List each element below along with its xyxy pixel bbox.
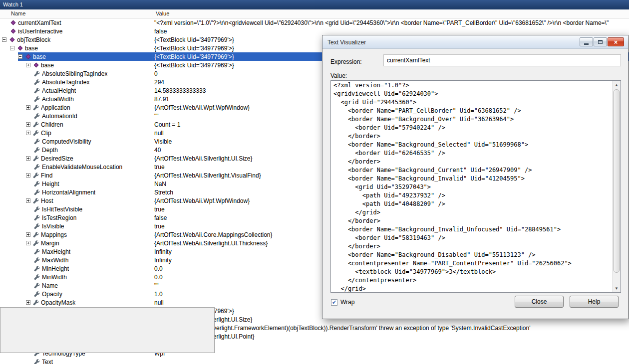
scroll-up-arrow[interactable]: ▲ [613,81,621,89]
property-wrench-icon [33,113,40,119]
watch-row-name: AutomationId [42,113,77,120]
field-diamond-icon [16,46,23,50]
tree-indent [2,183,26,184]
tree-indent [2,56,18,57]
watch-row-name-cell[interactable]: ActualHeight [0,86,152,95]
scrollbar-thumb[interactable] [613,89,620,273]
watch-row[interactable]: currentXamlText"<?xml version=\"1.0\"?>\… [0,18,629,27]
expand-icon[interactable] [26,300,30,305]
watch-row-name-cell[interactable]: Margin [0,239,152,247]
watch-row-name-cell[interactable]: Text [0,358,152,364]
watch-row-name-cell[interactable]: ComputedVisibility [0,137,152,146]
close-window-button[interactable]: × [608,37,624,46]
watch-row-name-cell[interactable]: Height [0,180,152,188]
watch-row-name-cell[interactable]: Find [0,171,152,180]
close-button[interactable]: Close [515,296,564,308]
property-wrench-icon [33,249,40,255]
watch-row-name-cell[interactable]: Application [0,103,152,112]
watch-row-value[interactable] [152,358,629,364]
watch-row-name-cell[interactable]: MinHeight [0,264,152,273]
watch-row-name-cell[interactable]: IsVisible [0,222,152,230]
watch-row-name-cell[interactable]: AutomationId [0,112,152,120]
watch-row-name-cell[interactable]: Clip [0,129,152,137]
property-wrench-icon [32,240,39,246]
expand-icon[interactable] [26,232,30,237]
column-header-value[interactable]: Value [152,9,629,18]
expand-icon[interactable] [26,105,30,110]
watch-row-name-cell[interactable]: base [0,52,152,61]
watch-row-name-cell[interactable]: MinWidth [0,273,152,281]
property-wrench-icon [32,156,39,162]
watch-row-value[interactable]: '((ArtOfTest.WebAii.Silverlight.Framewor… [152,324,629,332]
watch-row-value[interactable]: false [152,27,629,35]
scroll-down-arrow[interactable]: ▼ [613,284,621,292]
watch-row-name-cell[interactable]: currentXamlText [0,18,152,27]
watch-row-name-cell[interactable]: AbsoluteTagIndex [0,78,152,86]
property-wrench-icon [33,283,40,289]
watch-row-name: ActualHeight [42,87,76,94]
watch-row-name-cell[interactable]: Depth [0,146,152,154]
collapse-icon[interactable] [18,54,22,59]
expand-icon[interactable] [26,63,30,67]
watch-row-name-cell[interactable]: Opacity [0,290,152,298]
watch-row-name: Height [42,181,59,187]
watch-row-name: Margin [41,240,59,247]
help-button[interactable]: Help [570,296,619,308]
watch-row-name: IsTestRegion [42,214,76,221]
expand-icon[interactable] [26,122,30,127]
watch-row-value[interactable] [152,341,629,349]
watch-row-name-cell[interactable]: AbsoluteSiblingTagIndex [0,69,152,78]
watch-row-name-cell[interactable]: Mappings [0,230,152,239]
expression-input[interactable]: currentXamlText [383,54,621,66]
watch-row-name-cell[interactable]: OpacityMask [0,298,152,307]
watch-row-name-cell[interactable]: Name [0,281,152,290]
tree-indent [2,217,26,218]
watch-row-value[interactable]: Wpf [152,349,629,358]
minimize-button[interactable] [580,37,593,46]
watch-row[interactable]: Text [0,358,629,364]
expand-icon[interactable] [26,156,30,161]
watch-row-name: IsVisible [42,223,64,230]
watch-row-name-cell[interactable]: HorizontalAlignment [0,188,152,196]
watch-row-name-cell[interactable]: ActualWidth [0,95,152,103]
property-wrench-icon [33,206,40,212]
watch-row-name-cell[interactable]: MaxHeight [0,247,152,256]
vertical-scrollbar[interactable]: ▲ ▼ [612,81,621,292]
property-wrench-icon [32,130,39,136]
watch-row-name-cell[interactable]: DesiredSize [0,154,152,163]
property-wrench-icon [32,300,39,306]
watch-row-name-cell[interactable]: MaxWidth [0,256,152,264]
column-header-name[interactable]: Name [0,9,152,18]
watch-row-value[interactable]: "<?xml version=\"1.0\"?>\r\n<gridviewcel… [152,18,629,27]
collapse-icon[interactable] [2,37,6,42]
watch-row-name-cell[interactable]: IsHitTestVisible [0,205,152,213]
watch-window-titlebar[interactable]: Watch 1 [0,0,629,9]
watch-row-name-cell[interactable]: Children [0,120,152,129]
dialog-titlebar[interactable]: Text Visualizer × [322,35,628,49]
watch-row-name-cell[interactable]: base [0,44,152,52]
watch-row-name-cell[interactable]: objTextBlock [0,35,152,44]
property-wrench-icon [33,88,40,94]
watch-row-name-cell[interactable]: Host [0,196,152,205]
watch-row-name: Clip [41,130,51,137]
expand-icon[interactable] [26,131,30,135]
watch-row-name-cell[interactable]: isUserInteractive [0,27,152,35]
watch-row[interactable]: isUserInteractivefalse [0,27,629,35]
wrap-checkbox[interactable]: ✔ [331,299,337,306]
property-wrench-icon [33,164,40,170]
tree-indent [2,353,26,354]
tree-indent [2,82,26,82]
expand-icon[interactable] [26,173,30,178]
maximize-button[interactable] [594,37,607,46]
property-wrench-icon [32,173,39,179]
collapse-icon[interactable] [10,46,14,50]
expand-icon[interactable] [26,198,30,203]
field-diamond-icon [32,63,39,67]
watch-row-value[interactable]: {ArtOfTest.WebAii.Silverlight.UI.Point} [152,332,629,341]
value-textarea[interactable]: <?xml version="1.0"?> <gridviewcell Uid=… [330,80,621,293]
watch-row-name-cell[interactable]: EnableValidateMouseLocation [0,163,152,171]
expand-icon[interactable] [26,241,30,245]
watch-row-name-cell[interactable]: IsTestRegion [0,213,152,222]
watch-row-name-cell[interactable]: base [0,61,152,69]
dialog-title: Text Visualizer [327,39,366,46]
